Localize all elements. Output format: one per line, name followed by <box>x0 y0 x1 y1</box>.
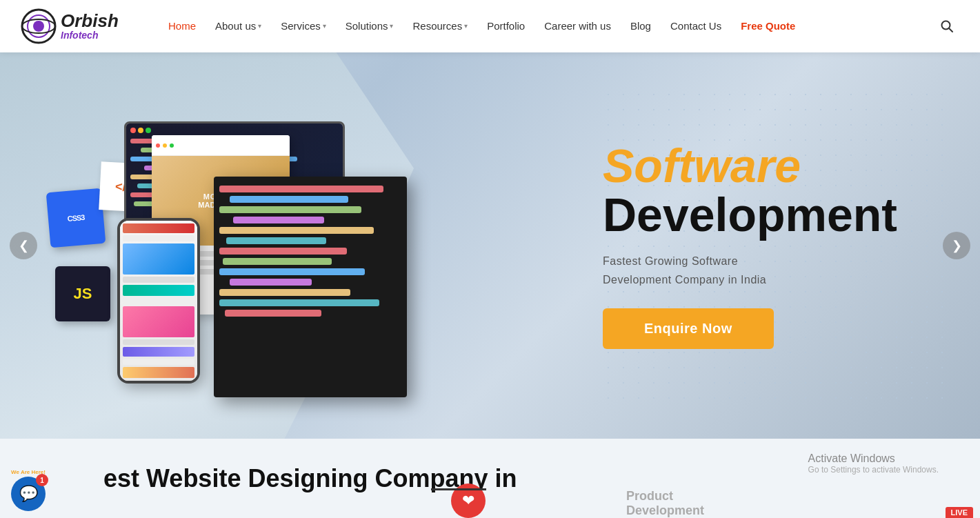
nav-item-free-quote[interactable]: Free Quote <box>731 0 805 52</box>
chat-icon: 💬 <box>19 485 38 503</box>
activate-windows-title: Activate Windows <box>808 452 939 465</box>
chat-button[interactable]: 💬 1 <box>11 477 46 511</box>
logo-infotech-text: Infotech <box>61 30 119 41</box>
bottom-bar: We Are Here! 💬 1 est Website Designing C… <box>0 439 980 518</box>
nav-link-career[interactable]: Career with us <box>534 0 621 52</box>
chevron-down-icon: ▾ <box>323 0 326 52</box>
nav-link-home[interactable]: Home <box>159 0 206 52</box>
product-dev-section: Product Development <box>626 489 704 518</box>
nav-item-portfolio[interactable]: Portfolio <box>477 0 534 52</box>
nav-link-contact[interactable]: Contact Us <box>661 0 731 52</box>
underline-decoration <box>431 488 486 490</box>
search-button[interactable] <box>934 14 959 39</box>
nav-item-about[interactable]: About us ▾ <box>206 0 271 52</box>
nav-link-resources[interactable]: Resources ▾ <box>403 0 477 52</box>
html-badge: CSS3 <box>46 188 106 248</box>
nav-item-services[interactable]: Services ▾ <box>271 0 336 52</box>
nav-link-services[interactable]: Services ▾ <box>271 0 336 52</box>
chevron-down-icon: ▾ <box>464 0 468 52</box>
carousel-next-button[interactable]: ❯ <box>943 232 970 259</box>
hero-section: CSS3 </> JS <box>0 52 980 439</box>
carousel-prev-button[interactable]: ❮ <box>10 232 37 259</box>
nav-links: Home About us ▾ Services ▾ Solutions ▾ R… <box>159 0 929 52</box>
nav-link-portfolio[interactable]: Portfolio <box>477 0 534 52</box>
logo-orbish-text: Orbish <box>61 12 119 30</box>
chevron-left-icon: ❮ <box>19 238 29 253</box>
hero-devices: CSS3 </> JS <box>34 108 434 411</box>
hero-title-black: Development <box>603 189 897 241</box>
activate-windows-notice: Activate Windows Go to Settings to activ… <box>808 452 939 475</box>
hero-title-orange: Software <box>603 142 897 189</box>
svg-point-2 <box>33 21 44 32</box>
live-badge: LIVE <box>946 507 973 518</box>
chevron-down-icon: ▾ <box>258 0 261 52</box>
nav-link-solutions[interactable]: Solutions ▾ <box>336 0 403 52</box>
chevron-down-icon: ▾ <box>390 0 393 52</box>
enquire-now-button[interactable]: Enquire Now <box>603 308 774 349</box>
chat-widget[interactable]: We Are Here! 💬 1 <box>11 469 46 511</box>
nav-link-blog[interactable]: Blog <box>621 0 661 52</box>
heart-icon: ❤ <box>462 492 474 510</box>
nav-link-about[interactable]: About us ▾ <box>206 0 271 52</box>
activate-windows-sub: Go to Settings to activate Windows. <box>808 465 939 475</box>
js-badge: JS <box>55 266 110 321</box>
logo[interactable]: Orbish Infotech <box>21 8 131 44</box>
chat-badge-count: 1 <box>36 474 48 486</box>
phone-mockup <box>117 218 200 383</box>
nav-item-solutions[interactable]: Solutions ▾ <box>336 0 403 52</box>
product-dev-label: Product <box>626 489 704 504</box>
product-dev-sub: Development <box>626 504 704 518</box>
hero-subtitle: Fastest Growing Software Development Com… <box>603 252 897 289</box>
chevron-right-icon: ❯ <box>952 238 962 253</box>
nav-item-resources[interactable]: Resources ▾ <box>403 0 477 52</box>
navbar: Orbish Infotech Home About us ▾ Services… <box>0 0 980 52</box>
nav-item-contact[interactable]: Contact Us <box>661 0 731 52</box>
nav-item-blog[interactable]: Blog <box>621 0 661 52</box>
hero-text-content: Software Development Fastest Growing Sof… <box>603 142 897 349</box>
svg-line-5 <box>949 28 952 32</box>
nav-item-home[interactable]: Home <box>159 0 206 52</box>
nav-link-free-quote[interactable]: Free Quote <box>731 0 805 52</box>
nav-item-career[interactable]: Career with us <box>534 0 621 52</box>
code-screen-dark <box>214 177 407 397</box>
